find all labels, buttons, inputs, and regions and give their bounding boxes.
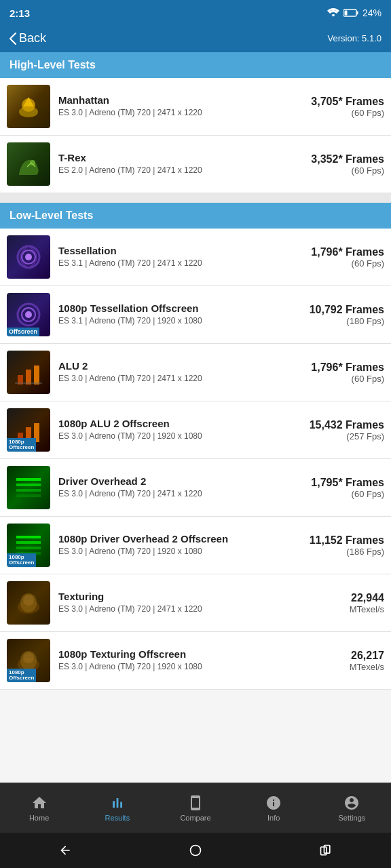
test-info-trex: T-Rex ES 2.0 | Adreno (TM) 720 | 2471 x … [58, 152, 301, 176]
offscreen-badge-driver: 1080p Offscreen [7, 553, 36, 567]
trex-thumb-art [12, 148, 45, 180]
offscreen-badge-tessellation: Offscreen [7, 328, 39, 336]
svg-rect-26 [16, 536, 41, 538]
test-info-tessellation: Tessellation ES 3.1 | Adreno (TM) 720 | … [58, 245, 301, 269]
test-desc-driver-off: ES 3.0 | Adreno (TM) 720 | 1920 x 1080 [58, 546, 301, 557]
test-desc-alu2-off: ES 3.0 | Adreno (TM) 720 | 1920 x 1080 [58, 431, 301, 442]
test-item-trex[interactable]: T-Rex ES 2.0 | Adreno (TM) 720 | 2471 x … [0, 136, 391, 193]
nav-label-results: Results [105, 814, 130, 822]
version-text: Version: 5.1.0 [328, 33, 382, 43]
test-desc-tessellation-off: ES 3.1 | Adreno (TM) 720 | 1920 x 1080 [58, 315, 301, 327]
svg-rect-14 [26, 370, 31, 384]
alu2-thumb-art [12, 356, 45, 389]
nav-label-compare: Compare [180, 814, 210, 822]
test-item-tessellation[interactable]: Tessellation ES 3.1 | Adreno (TM) 720 | … [0, 229, 391, 286]
test-info-driver-off: 1080p Driver Overhead 2 Offscreen ES 3.0… [58, 533, 301, 557]
test-name-texturing: Texturing [58, 591, 301, 602]
svg-rect-19 [16, 484, 41, 486]
info-icon [265, 795, 282, 811]
back-button[interactable]: Back [10, 31, 46, 45]
back-system-button[interactable] [45, 837, 86, 864]
test-name-driver: Driver Overhead 2 [58, 475, 301, 487]
test-score-alu2: 1,796* Frames (60 Fps) [310, 361, 384, 384]
status-bar: 2:13 24% [0, 0, 391, 26]
thumb-tessellation [7, 235, 50, 279]
test-desc-tessellation: ES 3.1 | Adreno (TM) 720 | 2471 x 1220 [58, 258, 301, 269]
svg-rect-21 [16, 494, 41, 497]
svg-point-32 [23, 652, 34, 663]
content-scroll: High-Level Tests Manhattan ES 3.0 | Adre… [0, 52, 391, 778]
nav-item-results[interactable]: Results [78, 783, 156, 833]
sys-recents-icon [319, 844, 333, 857]
thumb-tessellation-off: Offscreen [7, 293, 50, 336]
thumb-driver [7, 466, 50, 509]
wifi-icon [327, 8, 339, 18]
home-system-button[interactable] [175, 837, 216, 864]
test-info-manhattan: Manhattan ES 3.0 | Adreno (TM) 720 | 247… [58, 94, 301, 119]
test-score-manhattan: 3,705* Frames (60 Fps) [310, 96, 384, 118]
test-item-tessellation-off[interactable]: Offscreen 1080p Tessellation Offscreen E… [0, 286, 391, 344]
status-right: 24% [327, 7, 381, 18]
thumb-trex [7, 142, 50, 186]
svg-rect-2 [356, 12, 358, 15]
test-name-trex: T-Rex [58, 152, 301, 163]
test-desc-manhattan: ES 3.0 | Adreno (TM) 720 | 2471 x 1220 [58, 107, 301, 119]
nav-label-home: Home [29, 814, 49, 822]
test-desc-texturing-off: ES 3.0 | Adreno (TM) 720 | 1920 x 1080 [58, 661, 301, 673]
test-desc-texturing: ES 3.0 | Adreno (TM) 720 | 2471 x 1220 [58, 604, 301, 615]
test-score-texturing: 22,944 MTexel/s [310, 592, 384, 614]
test-score-texturing-off: 26,217 MTexel/s [310, 650, 384, 672]
test-score-trex: 3,352* Frames (60 Fps) [310, 153, 384, 176]
svg-point-29 [23, 595, 34, 606]
nav-label-info: Info [267, 814, 280, 822]
test-item-texturing[interactable]: Texturing ES 3.0 | Adreno (TM) 720 | 247… [0, 574, 391, 632]
test-name-driver-off: 1080p Driver Overhead 2 Offscreen [58, 533, 301, 545]
system-nav-bar [0, 833, 391, 868]
svg-rect-22 [16, 478, 41, 481]
test-item-alu2[interactable]: ALU 2 ES 3.0 | Adreno (TM) 720 | 2471 x … [0, 344, 391, 401]
compare-icon [187, 795, 204, 811]
nav-item-home[interactable]: Home [0, 783, 78, 833]
texturing-thumb-art [12, 587, 45, 619]
test-score-tessellation: 1,796* Frames (60 Fps) [310, 246, 384, 269]
sys-home-icon [189, 844, 202, 857]
thumb-texturing-off: 1080p Offscreen [7, 639, 50, 682]
test-item-driver[interactable]: Driver Overhead 2 ES 3.0 | Adreno (TM) 7… [0, 459, 391, 517]
status-time: 2:13 [10, 7, 30, 19]
nav-label-settings: Settings [339, 814, 366, 822]
test-info-driver: Driver Overhead 2 ES 3.0 | Adreno (TM) 7… [58, 475, 301, 500]
section-gap [0, 193, 391, 203]
test-item-texturing-off[interactable]: 1080p Offscreen 1080p Texturing Offscree… [0, 632, 391, 690]
test-score-driver: 1,795* Frames (60 Fps) [310, 477, 384, 499]
nav-item-info[interactable]: Info [235, 783, 313, 833]
test-name-alu2: ALU 2 [58, 360, 301, 372]
home-icon [31, 795, 48, 811]
test-score-alu2-off: 15,432 Frames (257 Fps) [310, 419, 384, 441]
test-name-tessellation-off: 1080p Tessellation Offscreen [58, 302, 301, 314]
test-name-tessellation: Tessellation [58, 245, 301, 256]
thumb-texturing [7, 581, 50, 625]
test-item-driver-off[interactable]: 1080p Offscreen 1080p Driver Overhead 2 … [0, 517, 391, 574]
nav-item-compare[interactable]: Compare [156, 783, 234, 833]
thumb-alu2-off: 1080p Offscreen [7, 408, 50, 452]
test-item-alu2-off[interactable]: 1080p Offscreen 1080p ALU 2 Offscreen ES… [0, 401, 391, 459]
test-name-manhattan: Manhattan [58, 94, 301, 106]
test-info-alu2: ALU 2 ES 3.0 | Adreno (TM) 720 | 2471 x … [58, 360, 301, 384]
battery-icon [343, 9, 358, 17]
results-icon [109, 795, 126, 811]
svg-point-9 [25, 254, 32, 260]
thumb-alu2 [7, 351, 50, 394]
tessellation-thumb-art [12, 241, 45, 273]
back-row: Back Version: 5.1.0 [0, 26, 391, 47]
low-level-section-header: Low-Level Tests [0, 203, 391, 229]
recents-system-button[interactable] [305, 837, 346, 864]
test-info-alu2-off: 1080p ALU 2 Offscreen ES 3.0 | Adreno (T… [58, 418, 301, 442]
nav-item-settings[interactable]: Settings [313, 783, 391, 833]
svg-rect-23 [16, 541, 41, 544]
test-item-manhattan[interactable]: Manhattan ES 3.0 | Adreno (TM) 720 | 247… [0, 78, 391, 136]
svg-point-33 [191, 846, 201, 856]
bottom-nav: Home Results Compare Info Settings [0, 783, 391, 833]
test-desc-driver: ES 3.0 | Adreno (TM) 720 | 2471 x 1220 [58, 488, 301, 500]
test-score-driver-off: 11,152 Frames (186 Fps) [310, 534, 384, 557]
manhattan-thumb-art [12, 90, 45, 123]
